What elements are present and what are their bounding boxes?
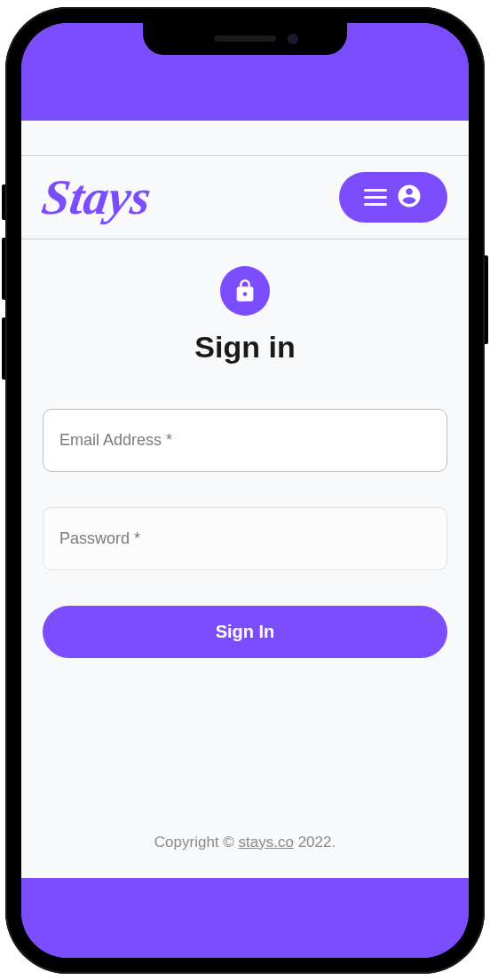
- phone-screen: Stays Sign in Sign In: [21, 23, 469, 958]
- app-header: Stays: [21, 156, 469, 239]
- copyright-text: Copyright © stays.co 2022.: [43, 834, 447, 851]
- email-field[interactable]: [43, 409, 447, 472]
- site-link[interactable]: stays.co: [239, 834, 294, 851]
- lock-icon: [220, 266, 270, 316]
- password-field[interactable]: [43, 507, 447, 570]
- user-icon: [396, 183, 423, 212]
- menu-button[interactable]: [339, 172, 447, 223]
- phone-device-frame: Stays Sign in Sign In: [5, 7, 485, 974]
- bottom-bar: [21, 878, 469, 958]
- phone-notch: [143, 23, 347, 55]
- app-content: Stays Sign in Sign In: [21, 121, 469, 878]
- footer: Copyright © stays.co 2022.: [43, 816, 447, 878]
- top-spacer: [21, 121, 469, 156]
- page-title: Sign in: [43, 330, 447, 365]
- copyright-suffix: 2022.: [294, 834, 336, 851]
- copyright-prefix: Copyright ©: [154, 834, 239, 851]
- hamburger-icon: [364, 189, 387, 206]
- signin-form: Sign in Sign In Copyright © stays.co 202…: [21, 239, 469, 878]
- signin-button[interactable]: Sign In: [43, 606, 447, 658]
- brand-logo: Stays: [39, 172, 154, 222]
